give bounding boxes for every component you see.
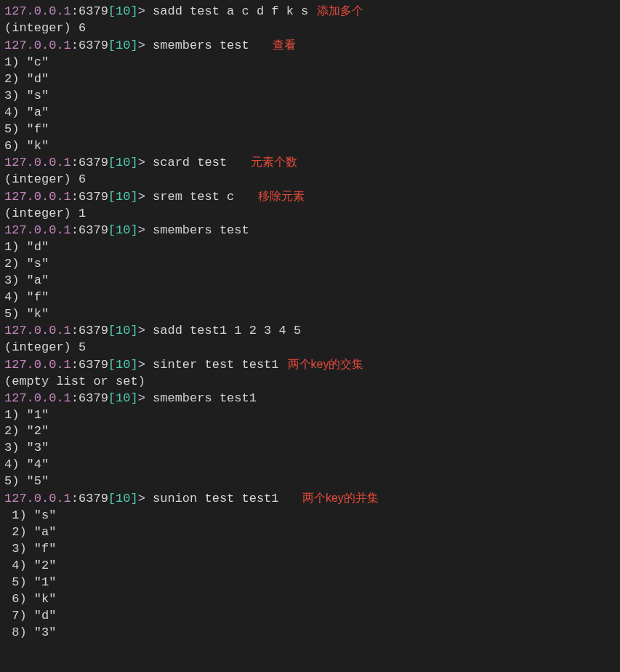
command-text: scard test	[153, 156, 227, 169]
output-text: (integer) 6	[4, 21, 86, 35]
prompt-arrow: >	[138, 358, 153, 372]
annotation-label: 两个key的并集	[302, 490, 379, 506]
output-line: 6) "k"	[4, 138, 616, 155]
prompt-port: :6379	[71, 39, 108, 52]
command-text: sadd test1 1 2 3 4 5	[153, 324, 301, 337]
output-text: (integer) 5	[4, 340, 86, 354]
prompt-host: 127.0.0.1	[4, 223, 71, 237]
output-line: 1) "s"	[4, 508, 616, 524]
output-line: 3) "s"	[4, 88, 616, 105]
output-line: 4) "2"	[4, 558, 616, 575]
output-text: 5) "5"	[4, 474, 49, 488]
output-text: (empty list or set)	[4, 375, 145, 388]
prompt-arrow: >	[138, 190, 153, 204]
prompt-bracket-close: ]	[130, 190, 137, 204]
prompt-db-number: 10	[116, 324, 130, 337]
command-text: sadd test a c d f k s	[153, 4, 308, 18]
command-line: 127.0.0.1:6379[10]> sadd test a c d f k …	[4, 3, 616, 20]
command-line: 127.0.0.1:6379[10]> smembers test 查看	[4, 37, 616, 55]
command-text: sunion test test1	[153, 492, 278, 505]
prompt-bracket-open: [	[108, 39, 116, 52]
prompt-bracket-open: [	[108, 324, 116, 337]
terminal-output[interactable]: 127.0.0.1:6379[10]> sadd test a c d f k …	[4, 3, 616, 641]
prompt-bracket-open: [	[108, 190, 116, 204]
output-text: 3) "f"	[4, 542, 56, 556]
output-text: 4) "4"	[4, 457, 49, 471]
prompt-port: :6379	[71, 324, 108, 337]
prompt-bracket-open: [	[108, 358, 116, 372]
output-text: 1) "d"	[4, 240, 49, 254]
output-line: (empty list or set)	[4, 374, 616, 391]
output-line: 3) "3"	[4, 440, 616, 457]
output-text: 4) "f"	[4, 290, 49, 304]
output-line: 3) "f"	[4, 541, 616, 558]
output-text: 3) "3"	[4, 441, 49, 455]
output-text: 6) "k"	[4, 592, 56, 606]
prompt-bracket-open: [	[108, 4, 116, 18]
command-line: 127.0.0.1:6379[10]> smembers test	[4, 223, 616, 239]
output-line: (integer) 6	[4, 172, 616, 188]
command-line: 127.0.0.1:6379[10]> smembers test1	[4, 391, 616, 407]
output-line: 1) "c"	[4, 55, 616, 71]
output-line: 2) "d"	[4, 71, 616, 88]
prompt-arrow: >	[138, 324, 153, 337]
output-line: 5) "5"	[4, 473, 616, 490]
output-text: 2) "a"	[4, 525, 56, 539]
prompt-bracket-open: [	[108, 223, 116, 237]
annotation-label: 两个key的交集	[288, 356, 364, 372]
prompt-bracket-open: [	[108, 156, 116, 169]
annotation-label: 查看	[273, 37, 296, 53]
output-text: 5) "1"	[4, 575, 56, 589]
prompt-host: 127.0.0.1	[4, 190, 71, 204]
command-text: smembers test	[153, 39, 249, 52]
prompt-arrow: >	[138, 492, 153, 505]
output-line: 7) "d"	[4, 608, 616, 625]
prompt-arrow: >	[138, 391, 153, 405]
output-text: 3) "a"	[4, 273, 49, 287]
prompt-host: 127.0.0.1	[4, 391, 71, 405]
output-text: 1) "1"	[4, 408, 49, 422]
prompt-bracket-open: [	[108, 391, 116, 405]
command-line: 127.0.0.1:6379[10]> sadd test1 1 2 3 4 5	[4, 323, 616, 340]
prompt-host: 127.0.0.1	[4, 4, 71, 18]
command-text: sinter test test1	[153, 358, 278, 372]
prompt-db-number: 10	[116, 492, 130, 505]
prompt-arrow: >	[138, 4, 153, 18]
prompt-bracket-close: ]	[130, 4, 137, 18]
output-line: 5) "f"	[4, 121, 616, 138]
prompt-port: :6379	[71, 156, 108, 169]
output-line: 1) "1"	[4, 407, 616, 424]
output-line: (integer) 5	[4, 340, 616, 356]
prompt-host: 127.0.0.1	[4, 358, 71, 372]
output-line: (integer) 6	[4, 20, 616, 37]
output-line: 6) "k"	[4, 591, 616, 608]
command-text: smembers test	[153, 223, 249, 237]
prompt-bracket-open: [	[108, 492, 116, 505]
output-text: 6) "k"	[4, 139, 49, 153]
output-text: 3) "s"	[4, 89, 49, 103]
output-text: 7) "d"	[4, 609, 56, 623]
command-text: smembers test1	[153, 391, 257, 405]
output-line: 2) "a"	[4, 524, 616, 541]
prompt-bracket-close: ]	[130, 39, 137, 52]
command-line: 127.0.0.1:6379[10]> srem test c 移除元素	[4, 188, 616, 206]
output-line: 5) "1"	[4, 575, 616, 591]
prompt-port: :6379	[71, 223, 108, 237]
annotation-label: 元素个数	[251, 154, 297, 170]
prompt-db-number: 10	[116, 156, 130, 169]
prompt-db-number: 10	[116, 4, 130, 18]
prompt-port: :6379	[71, 4, 108, 18]
output-text: 2) "s"	[4, 257, 49, 271]
prompt-db-number: 10	[116, 223, 130, 237]
annotation-label: 添加多个	[317, 3, 363, 19]
annotation-label: 移除元素	[258, 188, 305, 204]
prompt-bracket-close: ]	[130, 156, 137, 169]
prompt-arrow: >	[138, 223, 153, 237]
prompt-arrow: >	[138, 156, 153, 169]
prompt-port: :6379	[71, 391, 108, 405]
prompt-bracket-close: ]	[130, 492, 137, 505]
output-text: 8) "3"	[4, 625, 56, 639]
prompt-db-number: 10	[116, 391, 130, 405]
prompt-bracket-close: ]	[130, 223, 137, 237]
output-text: 5) "f"	[4, 122, 49, 136]
